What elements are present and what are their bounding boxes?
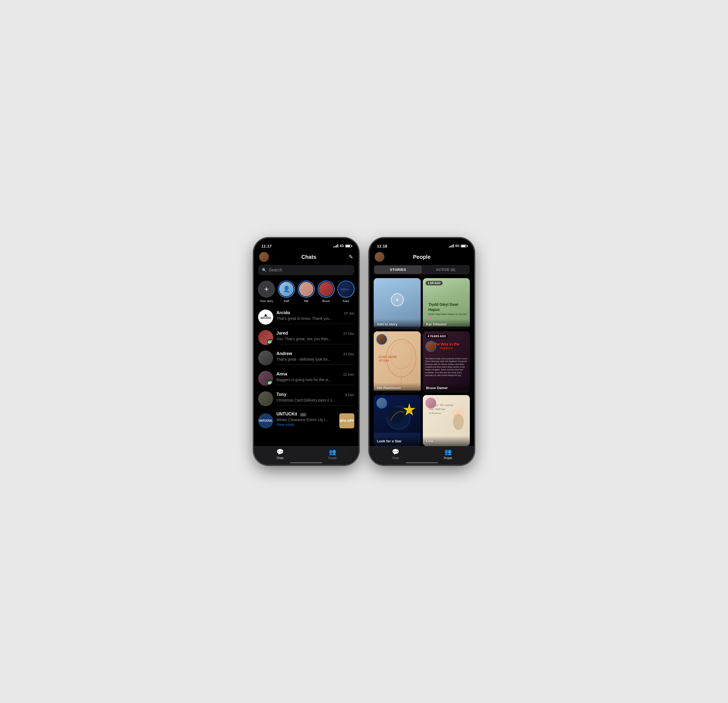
chat-content-jared: Jared 27 Dec You: That's great, see you … [276,331,354,344]
search-bar[interactable]: 🔍 Search [258,265,354,275]
chat-item-jared[interactable]: 41m Jared 27 Dec You: That's great, see … [254,327,359,348]
story-card-star[interactable]: Look for a Star [374,395,421,446]
star-story-name: Look for a Star [377,439,402,443]
story-card-lola[interactable]: Lola says: "He's melting! I say. 'Shall … [423,395,470,446]
story-circle-bruce[interactable] [318,281,335,298]
story-card-kar[interactable]: 'Dydd Gŵyl Dewi Hapus Dydd Gŵyl Dewi Hap… [423,278,470,329]
svg-point-9 [387,407,403,423]
chat-item-untuckit[interactable]: UNTUCKit. UNTUCKit Ad Winter Clearance E… [254,409,359,433]
stories-grid: + Add to story 'Dydd Gŵyl Dewi Hapus [369,278,474,446]
story-circle-kare[interactable]: M.E.E.L... [337,281,355,298]
ad-thumbnail: 35% OFF [339,413,354,428]
chat-name-arcido: Arcido [276,310,290,315]
chat-avatar-andrew [258,350,273,366]
home-indicator2 [406,462,438,463]
story-item-kare[interactable]: M.E.E.L... Kare [338,281,354,302]
segment-control: STORIES ACTIVE (0) [374,265,470,274]
story-circle-nik[interactable] [298,281,315,298]
phones-container: 11:17 4G [254,238,474,465]
chats-tab-icon: 💬 [276,448,284,456]
story-card-nik[interactable]: SOME MOREOF DIM Nik Rawlinson [374,331,421,393]
user-avatar-people[interactable] [375,252,384,262]
chat-preview-anna: Baggers is going nuts for the vi... [276,378,331,382]
people-tab-label: People [328,457,337,460]
ad-badge: Ad [300,413,306,417]
kar-time-badge: 1 AR AGO [426,281,443,285]
chats-screen: 11:17 4G [254,238,359,465]
chat-preview-arcido: That's great to know. Thank you... [276,316,332,321]
bruce-podcast-text: The latest Levity Zone podcast (#46) is … [425,357,468,377]
signal-icon [334,244,338,247]
search-placeholder: Search [269,268,282,272]
battery-icon [345,244,351,247]
segment-active[interactable]: ACTIVE (0) [422,266,469,274]
people-tab-label-p: People [444,457,452,460]
tab-chats[interactable]: 💬 Chats [254,448,306,460]
add-story-plus-button[interactable]: + [391,293,404,306]
chat-avatar-jared: 41m [258,330,273,345]
add-story-button[interactable]: + [258,281,275,298]
network-type2: 4G [455,244,459,248]
tab-chats-p[interactable]: 💬 Chats [369,448,422,460]
chat-item-arcido[interactable]: ARCIDO Arcido 10 Jan That's great to kno… [254,307,359,327]
chat-content-andrew: Andrew 23 Dec That's great - definitely … [276,351,354,365]
story-item-your-story[interactable]: + Your story [258,281,275,302]
chat-avatar-arcido: ARCIDO [258,310,273,325]
people-screen: 11:18 4G [369,238,474,465]
search-icon: 🔍 [262,268,266,272]
bruce-label: Bruce [322,299,330,302]
story-item-nik[interactable]: Nik [298,281,315,302]
notch [289,238,324,246]
chat-time-anna: 22 Dec [343,372,354,376]
bruce-avatar [426,341,436,352]
people-header: People [369,250,474,265]
tab-people-p[interactable]: 👥 People [422,448,474,460]
segment-stories[interactable]: STORIES [374,266,422,274]
ad-discount: 35% OFF [339,419,354,423]
anna-badge: 20m [267,380,273,386]
edit-icon[interactable]: ✎ [349,254,353,260]
bruce-overlay: Bruce Damer [423,383,470,393]
chats-tab-label-p: Chats [392,457,399,460]
user-avatar[interactable] [259,252,269,262]
chat-name-anna: Anna [276,372,287,376]
story-card-bruce[interactable]: The Woz in the DigiBarn The latest Levit… [423,331,470,393]
chats-tab-label: Chats [276,457,283,460]
chat-item-anna[interactable]: 20m Anna 22 Dec Baggers is going nuts fo… [254,368,359,389]
chats-tab-icon-p: 💬 [392,448,399,456]
star-overlay: Look for a Star [374,436,421,446]
chat-content-tony: Tony 8 Dec Christmas Card Delivery pass … [276,392,354,405]
bruce-story-name: Bruce Damer [426,386,448,390]
lola-story-name: Lola [426,439,433,443]
chats-header: Chats ✎ [254,250,359,265]
add-to-story-overlay: Add to story [374,319,421,329]
network-type: 4G [339,244,344,248]
story-card-add[interactable]: + Add to story [374,278,421,329]
chat-item-andrew[interactable]: Andrew 23 Dec That's great - definitely … [254,348,359,368]
chat-preview-tony: Christmas Card Delivery pass it o... [276,398,335,402]
chat-content-anna: Anna 22 Dec Baggers is going nuts for th… [276,372,354,385]
story-circle-kaff[interactable]: 👤 [278,281,295,298]
chat-avatar-tony [258,391,273,406]
chat-time-tony: 8 Dec [345,393,354,397]
story-item-kaff[interactable]: 👤 Kaff [278,281,295,302]
tab-people[interactable]: 👥 People [306,448,359,460]
chat-list: ARCIDO Arcido 10 Jan That's great to kno… [254,307,359,446]
kar-welsh-sub: Dydd Gŵyl Dewi Hapus to my two [428,312,467,316]
svg-point-15 [453,414,464,430]
arcido-logo-icon: ARCIDO [258,310,273,325]
bruce-time-badge: 4 YEARS AGO [426,334,448,338]
notch2 [404,238,439,246]
kare-label: Kare [343,299,349,302]
status-icons2: 4G [449,244,467,248]
chat-time-andrew: 23 Dec [343,352,354,356]
story-item-bruce[interactable]: Bruce [318,281,334,302]
view-more-link[interactable]: View more [276,422,294,427]
battery-icon2 [461,244,467,247]
status-time-people: 11:18 [377,244,387,248]
chat-time-jared: 27 Dec [343,331,354,336]
signal-icon2 [449,244,454,247]
chat-time-arcido: 10 Jan [344,311,354,315]
chat-name-jared: Jared [276,331,288,336]
chat-item-tony[interactable]: Tony 8 Dec Christmas Card Delivery pass … [254,389,359,409]
